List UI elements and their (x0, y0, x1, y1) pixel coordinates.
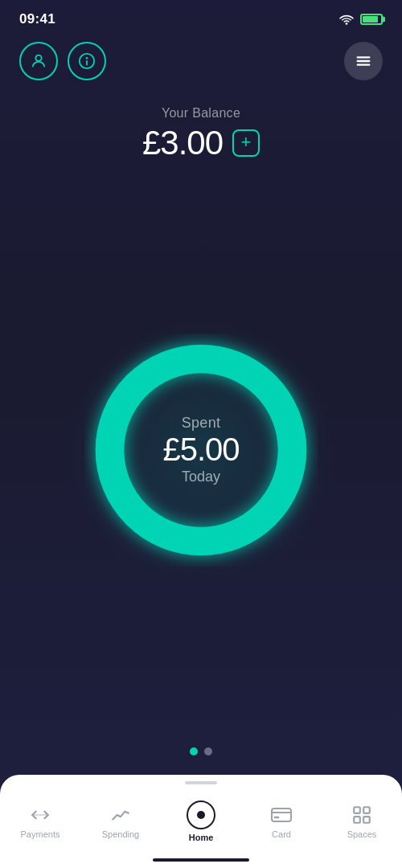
tab-bar-wrapper: Payments Spending Home (0, 775, 402, 868)
status-bar: 09:41 (0, 0, 402, 35)
top-bar (0, 35, 402, 93)
svg-rect-12 (354, 807, 360, 813)
tab-bar: Payments Spending Home (0, 794, 402, 858)
bottom-indicator (153, 858, 249, 862)
home-tab-label: Home (189, 833, 214, 842)
chart-area: Spent £5.00 Today (0, 153, 402, 747)
info-button[interactable] (68, 42, 106, 80)
wifi-icon (339, 14, 354, 25)
svg-point-1 (35, 55, 41, 61)
top-left-icons (19, 42, 106, 80)
info-icon (78, 52, 96, 70)
spaces-icon (351, 804, 373, 826)
app-screen: 09:41 (0, 0, 402, 868)
donut-center: Spent £5.00 Today (162, 415, 239, 485)
person-icon (30, 52, 47, 70)
tab-spaces[interactable]: Spaces (334, 804, 390, 839)
donut-chart: Spent £5.00 Today (84, 334, 318, 567)
home-icon (187, 800, 215, 829)
battery-icon (360, 14, 383, 25)
svg-rect-14 (354, 817, 360, 823)
card-tab-label: Card (272, 829, 291, 839)
pagination-dot-1[interactable] (190, 747, 198, 755)
svg-rect-13 (363, 807, 370, 813)
drag-handle (185, 781, 217, 784)
menu-icon (355, 52, 372, 70)
status-icons (339, 14, 383, 25)
spending-tab-label: Spending (102, 829, 140, 839)
tab-home[interactable]: Home (173, 800, 229, 842)
svg-point-0 (346, 23, 348, 25)
tab-spending[interactable]: Spending (92, 804, 149, 839)
tab-card[interactable]: Card (253, 804, 310, 839)
plus-icon: + (241, 133, 252, 151)
spaces-tab-label: Spaces (347, 829, 377, 839)
pagination-dot-2[interactable] (204, 747, 212, 755)
spending-icon (109, 804, 132, 826)
payments-tab-label: Payments (21, 829, 60, 839)
spent-period: Today (162, 469, 239, 485)
menu-button[interactable] (344, 42, 383, 80)
balance-label: Your Balance (0, 106, 402, 121)
profile-button[interactable] (19, 42, 58, 80)
svg-rect-15 (363, 817, 370, 823)
card-icon (270, 804, 293, 826)
spent-label: Spent (162, 415, 239, 432)
tab-payments[interactable]: Payments (12, 804, 68, 839)
spent-amount: £5.00 (162, 432, 239, 467)
payments-icon (29, 804, 51, 826)
pagination (0, 747, 402, 775)
status-time: 09:41 (19, 11, 55, 27)
svg-rect-9 (272, 809, 291, 821)
